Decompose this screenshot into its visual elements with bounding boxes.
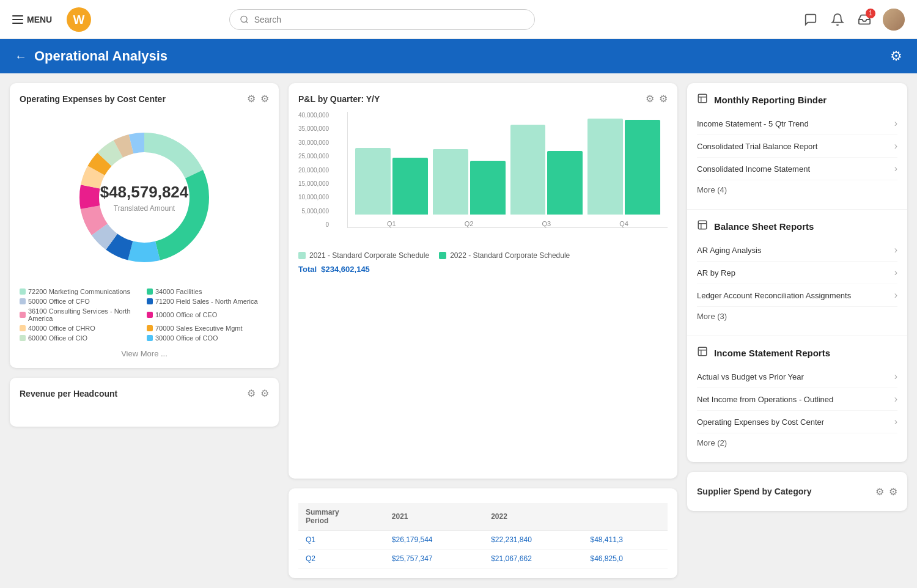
y-axis-label: 25,000,000 <box>298 153 329 160</box>
pl-settings-icon[interactable]: ⚙ <box>659 93 668 105</box>
bar-chart: 40,000,00035,000,00030,000,00025,000,000… <box>298 112 668 246</box>
filter-icon2[interactable]: ⚙ <box>247 388 256 399</box>
y-axis-label: 30,000,000 <box>298 139 329 146</box>
report-item[interactable]: AR by Rep › <box>697 262 897 284</box>
pl-chart-card: P&L by Quarter: Y/Y ⚙ ⚙ 40,000,00035,000… <box>289 83 677 479</box>
report-item[interactable]: Ledger Account Reconciliation Assignment… <box>697 284 897 307</box>
settings-icon2[interactable]: ⚙ <box>260 93 269 105</box>
quarter-group: Q3 <box>510 125 583 227</box>
supplier-settings-icon[interactable]: ⚙ <box>889 486 897 498</box>
search-bar[interactable] <box>229 9 535 30</box>
quarter-group: Q1 <box>355 148 428 227</box>
summary-table: SummaryPeriod 2021 2022 Q1 $26,179,544 $… <box>298 503 668 568</box>
report-item[interactable]: Actual vs Budget vs Prior Year › <box>697 366 897 388</box>
legend-item: 50000 Office of CFO <box>20 298 142 305</box>
supplier-filter-icon[interactable]: ⚙ <box>875 486 884 498</box>
table-row: Q2 $25,757,347 $21,067,662 $46,825,0 <box>298 549 668 568</box>
bar-2021[interactable] <box>587 119 623 215</box>
section-title: Balance Sheet Reports <box>714 221 814 232</box>
bar-2021[interactable] <box>355 148 391 215</box>
table-row: Q1 $26,179,544 $22,231,840 $48,411,3 <box>298 531 668 549</box>
avatar[interactable] <box>883 9 905 31</box>
more-link[interactable]: More (3) <box>697 307 897 326</box>
period-link[interactable]: Q2 <box>306 554 315 563</box>
legend-label: 36100 Consulting Services - North Americ… <box>28 307 142 322</box>
section-header: Balance Sheet Reports <box>697 219 897 233</box>
legend-color <box>147 312 153 318</box>
back-button[interactable]: ← <box>15 50 27 64</box>
cell-2022: $21,067,662 <box>484 549 583 568</box>
col-total <box>583 503 668 531</box>
total-value: $234,602,145 <box>321 265 370 274</box>
report-item[interactable]: Income Statement - 5 Qtr Trend › <box>697 112 897 135</box>
legend-label: 34000 Facilities <box>155 288 202 295</box>
notification-icon[interactable] <box>829 11 846 28</box>
report-item[interactable]: AR Aging Analysis › <box>697 239 897 262</box>
inbox-badge: 1 <box>866 9 875 18</box>
y-axis-label: 10,000,000 <box>298 194 329 200</box>
legend-item: 40000 Office of CHRO <box>20 325 142 332</box>
bar-2021[interactable] <box>510 125 546 215</box>
cell-total: $46,825,0 <box>583 549 668 568</box>
summary-table-body: Q1 $26,179,544 $22,231,840 $48,411,3 Q2 … <box>298 531 668 568</box>
filter-icon[interactable]: ⚙ <box>247 93 256 105</box>
report-item[interactable]: Operating Expenses by Cost Center › <box>697 411 897 433</box>
col-2021: 2021 <box>385 503 484 531</box>
bar-2021[interactable] <box>433 149 468 215</box>
bar-2022[interactable] <box>470 161 506 215</box>
pl-card-icons: ⚙ ⚙ <box>646 93 668 105</box>
legend-2021-label: 2021 - Standard Corporate Schedule <box>309 251 429 260</box>
report-item[interactable]: Consolidated Trial Balance Report › <box>697 135 897 158</box>
menu-button[interactable]: MENU <box>12 15 52 24</box>
quarter-label: Q1 <box>355 220 428 227</box>
view-more-button[interactable]: View More ... <box>20 349 269 358</box>
search-icon <box>240 15 249 24</box>
bar-2022[interactable] <box>625 120 660 215</box>
supplier-spend-card: Supplier Spend by Category ⚙ ⚙ <box>687 472 907 511</box>
report-item[interactable]: Consolidated Income Statement › <box>697 158 897 180</box>
chat-icon[interactable] <box>802 11 819 28</box>
report-item[interactable]: Net Income from Operations - Outlined › <box>697 388 897 411</box>
donut-amount: $48,579,824 <box>100 183 189 202</box>
more-link[interactable]: More (2) <box>697 433 897 452</box>
legend-label: 10000 Office of CEO <box>155 311 217 318</box>
legend-item: 10000 Office of CEO <box>147 307 269 322</box>
legend-item: 72200 Marketing Communications <box>20 288 142 295</box>
cell-total: $48,411,3 <box>583 531 668 549</box>
inbox-icon[interactable]: 1 <box>856 11 873 28</box>
legend-label: 70000 Sales Executive Mgmt <box>155 325 242 332</box>
settings-icon[interactable]: ⚙ <box>890 48 902 64</box>
legend-label: 50000 Office of CFO <box>28 298 90 305</box>
search-input[interactable] <box>254 15 525 24</box>
supplier-spend-title: Supplier Spend by Category <box>697 487 811 496</box>
more-link[interactable]: More (4) <box>697 180 897 199</box>
period-link[interactable]: Q1 <box>306 535 315 544</box>
section-icon <box>697 219 708 233</box>
legend-2021: 2021 - Standard Corporate Schedule <box>298 251 429 260</box>
quarter-bars <box>510 125 583 215</box>
y-axis-label: 20,000,000 <box>298 167 329 174</box>
pl-filter-icon[interactable]: ⚙ <box>646 93 654 105</box>
legend-color <box>147 325 153 331</box>
report-section-2: Income Statement Reports Actual vs Budge… <box>687 336 907 462</box>
svg-rect-23 <box>698 347 707 356</box>
total-label: Total <box>298 265 317 274</box>
y-axis-label: 40,000,000 <box>298 112 329 119</box>
reports-card: Monthly Reporting Binder Income Statemen… <box>687 83 907 462</box>
legend-item: 36100 Consulting Services - North Americ… <box>20 307 142 322</box>
nav-icons: 1 <box>802 9 905 31</box>
quarter-group: Q4 <box>587 119 660 227</box>
right-column: Monthly Reporting Binder Income Statemen… <box>687 83 907 578</box>
legend-2021-dot <box>298 252 306 259</box>
donut-label: Translated Amount <box>100 204 189 213</box>
legend-label: 60000 Office of CIO <box>28 334 87 342</box>
bar-2022[interactable] <box>392 158 428 215</box>
cell-2021: $26,179,544 <box>385 531 484 549</box>
y-axis-labels: 40,000,00035,000,00030,000,00025,000,000… <box>298 112 333 228</box>
quarter-bars <box>587 119 660 215</box>
legend-2022-label: 2022 - Standard Corporate Schedule <box>450 251 570 260</box>
bar-2022[interactable] <box>547 151 583 215</box>
chevron-right-icon: › <box>894 141 897 152</box>
section-icon <box>697 346 708 359</box>
settings-icon3[interactable]: ⚙ <box>260 388 269 399</box>
